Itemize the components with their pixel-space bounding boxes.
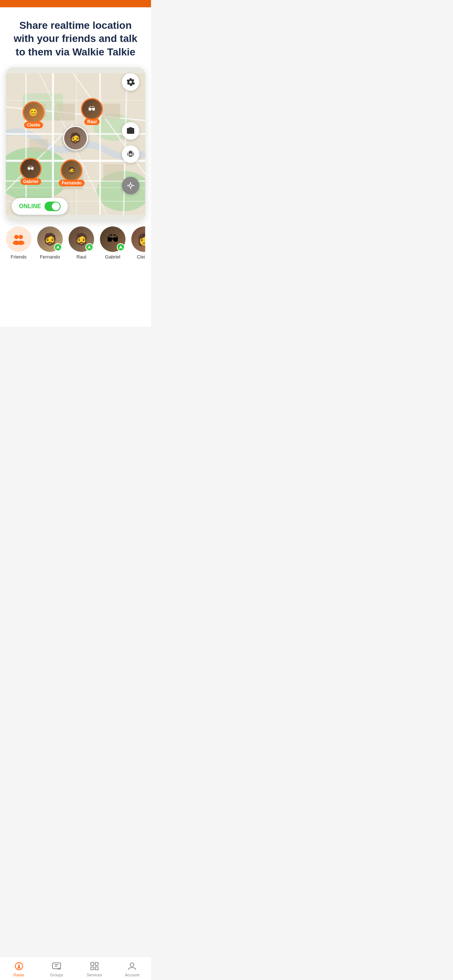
all-friends-label: Friends <box>11 254 26 259</box>
online-toggle[interactable]: ONLINE <box>12 198 68 215</box>
header-banner: Share realtime location with your friend… <box>0 7 151 67</box>
svg-point-38 <box>17 240 24 245</box>
raul-location-badge <box>85 243 93 251</box>
svg-marker-41 <box>119 245 123 249</box>
svg-rect-22 <box>102 103 120 119</box>
cleide-avatar: 😊 <box>22 101 45 123</box>
fernando-avatar: 🧔 <box>61 159 83 181</box>
all-friends-avatar <box>6 226 31 252</box>
gear-icon <box>126 78 135 86</box>
raul-label: Raul <box>84 118 100 125</box>
friend-item-cleide[interactable]: 👩 Cleic... <box>131 226 145 259</box>
gabriel-friend-label: Gabriel <box>105 254 120 259</box>
crosshair-icon <box>126 181 135 190</box>
friends-section: Friends 🧔 Fernando <box>0 221 151 267</box>
online-label: ONLINE <box>19 203 41 210</box>
cleide-friend-label: Cleic... <box>137 254 145 259</box>
cleide-friend-avatar: 👩 <box>131 226 145 252</box>
svg-rect-25 <box>30 139 48 153</box>
raul-friend-label: Raul <box>77 254 86 259</box>
svg-point-28 <box>130 155 131 156</box>
app-container: Share realtime location with your friend… <box>0 0 151 327</box>
friend-item-gabriel[interactable]: 🕶 Gabriel <box>100 226 126 259</box>
gabriel-label: Gabriel <box>21 178 41 185</box>
fernando-avatar-wrap: 🧔 <box>37 226 63 252</box>
svg-rect-24 <box>104 164 124 181</box>
friends-group-icon <box>11 232 26 247</box>
status-bar <box>0 0 151 7</box>
location-arrow-icon-3 <box>118 245 123 250</box>
camera-button[interactable] <box>122 122 139 140</box>
gabriel-location-badge <box>117 243 125 251</box>
cleide-label: Cleide <box>24 122 43 128</box>
location-arrow-icon <box>56 245 60 250</box>
gabriel-avatar-wrap: 🕶 <box>100 226 126 252</box>
self-avatar: 🧔 <box>63 126 88 151</box>
map-pin-raul[interactable]: 🕶 Raul <box>81 98 103 125</box>
header-title: Share realtime location with your friend… <box>9 19 142 59</box>
camera-icon <box>126 127 135 135</box>
svg-point-36 <box>19 235 23 239</box>
svg-rect-27 <box>129 152 132 153</box>
svg-rect-21 <box>55 103 75 120</box>
walkie-talkie-icon <box>126 150 135 159</box>
location-button[interactable] <box>122 177 139 194</box>
gabriel-avatar: 🕶 <box>20 158 41 180</box>
friend-item-raul[interactable]: 🧔 Raul <box>69 226 94 259</box>
fernando-label: Fernando <box>59 180 85 186</box>
map-pin-fernando[interactable]: 🧔 Fernando <box>59 159 85 186</box>
friends-scroll: Friends 🧔 Fernando <box>6 226 145 261</box>
fernando-friend-label: Fernando <box>40 254 60 259</box>
friend-item-all-friends[interactable]: Friends <box>6 226 31 259</box>
toggle-knob <box>52 202 60 210</box>
svg-marker-40 <box>88 245 91 249</box>
map-pin-gabriel[interactable]: 🕶 Gabriel <box>20 158 41 185</box>
svg-point-35 <box>14 235 19 239</box>
walkie-talkie-button[interactable] <box>122 145 139 163</box>
map-pin-cleide[interactable]: 😊 Cleide <box>22 101 45 128</box>
toggle-switch[interactable] <box>45 202 61 211</box>
friend-item-fernando[interactable]: 🧔 Fernando <box>37 226 63 259</box>
svg-marker-39 <box>56 245 60 249</box>
raul-avatar: 🕶 <box>81 98 103 120</box>
raul-avatar-wrap: 🧔 <box>69 226 94 252</box>
location-arrow-icon-2 <box>87 245 91 250</box>
map-pin-self[interactable]: 🧔 <box>63 126 88 151</box>
svg-point-30 <box>129 184 132 187</box>
map-container: ONLINE 😊 Cleide 🕶 Raul 🧔 <box>6 67 145 221</box>
fernando-location-badge <box>54 243 62 251</box>
cleide-avatar-wrap: 👩 <box>131 226 145 252</box>
settings-button[interactable] <box>122 73 139 91</box>
